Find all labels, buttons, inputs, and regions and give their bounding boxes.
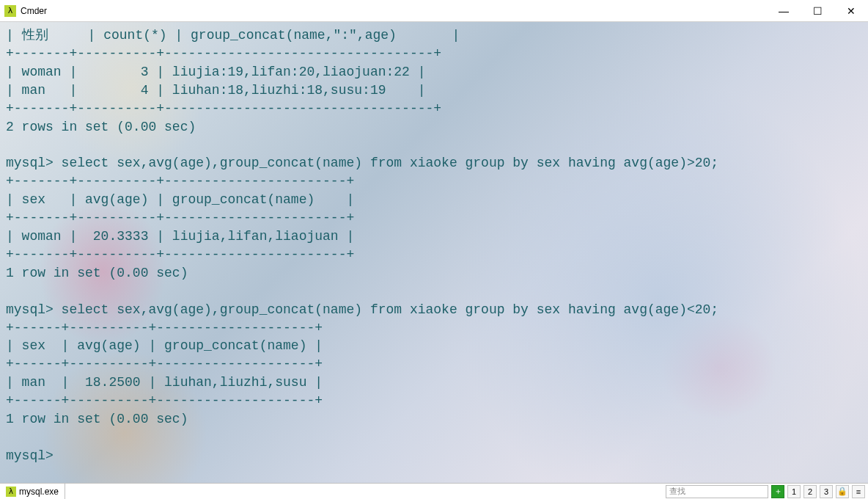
- window-controls: — ☐ ✕: [767, 0, 868, 22]
- terminal-line: +------+----------+--------------------+: [6, 393, 323, 408]
- terminal-line: mysql> select sex,avg(age),group_concat(…: [6, 302, 718, 317]
- menu-button[interactable]: ≡: [852, 485, 865, 498]
- terminal-line: | 性别 | count(*) | group_concat(name,":",…: [6, 28, 460, 43]
- terminal-line: mysql>: [6, 448, 54, 463]
- window-title: Cmder: [21, 6, 47, 16]
- terminal-line: | sex | avg(age) | group_concat(name) |: [6, 192, 354, 207]
- console-3-button[interactable]: 3: [820, 485, 833, 498]
- terminal-line: +-------+----------+--------------------…: [6, 247, 354, 262]
- terminal-output: | 性别 | count(*) | group_concat(name,":",…: [0, 22, 868, 470]
- terminal-line: mysql> select sex,avg(age),group_concat(…: [6, 156, 718, 170]
- terminal-line: | man | 4 | liuhan:18,liuzhi:18,susu:19 …: [6, 83, 426, 98]
- console-2-button[interactable]: 2: [803, 485, 817, 498]
- terminal-line: | woman | 3 | liujia:19,lifan:20,liaojua…: [6, 65, 426, 79]
- tab-icon: λ: [6, 487, 16, 497]
- add-tab-button[interactable]: ＋: [771, 485, 784, 498]
- terminal-line: | woman | 20.3333 | liujia,lifan,liaojua…: [6, 229, 354, 244]
- maximize-button[interactable]: ☐: [801, 0, 834, 22]
- terminal-line: 1 row in set (0.00 sec): [6, 266, 188, 280]
- terminal-line: +------+----------+--------------------+: [6, 357, 323, 371]
- console-1-button[interactable]: 1: [787, 485, 801, 498]
- tab-label: mysql.exe: [19, 487, 59, 497]
- terminal-line: +-------+----------+--------------------…: [6, 46, 441, 61]
- app-icon: λ: [4, 5, 16, 17]
- search-input[interactable]: 查找: [666, 485, 768, 498]
- titlebar: λ Cmder — ☐ ✕: [0, 0, 868, 22]
- tab-mysql[interactable]: λ mysql.exe: [0, 484, 65, 499]
- terminal-line: +-------+----------+--------------------…: [6, 101, 441, 116]
- terminal-line: 2 rows in set (0.00 sec): [6, 120, 196, 134]
- terminal-line: +-------+----------+--------------------…: [6, 174, 354, 189]
- terminal-line: | man | 18.2500 | liuhan,liuzhi,susu |: [6, 375, 323, 390]
- statusbar: λ mysql.exe 查找 ＋ 1 2 3 🔒 ≡: [0, 483, 868, 499]
- minimize-button[interactable]: —: [767, 0, 801, 22]
- terminal-line: | sex | avg(age) | group_concat(name) |: [6, 338, 323, 353]
- statusbar-right-group: 查找 ＋ 1 2 3 🔒 ≡: [666, 484, 868, 499]
- lock-icon[interactable]: 🔒: [836, 485, 849, 498]
- terminal-line: 1 row in set (0.00 sec): [6, 412, 188, 426]
- close-button[interactable]: ✕: [834, 0, 868, 22]
- terminal-line: +-------+----------+--------------------…: [6, 211, 354, 225]
- terminal-line: +------+----------+--------------------+: [6, 321, 323, 335]
- terminal-viewport[interactable]: | 性别 | count(*) | group_concat(name,":",…: [0, 22, 868, 483]
